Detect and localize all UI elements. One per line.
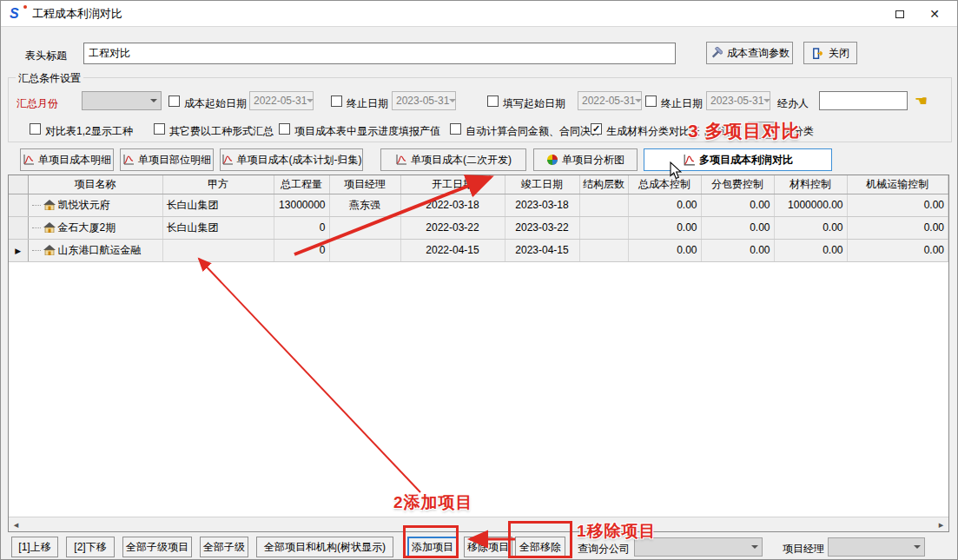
group-title: 汇总条件设置 [16, 71, 83, 86]
row-selector[interactable] [9, 216, 28, 239]
window-title: 工程成本利润对比 [32, 6, 122, 22]
table-row[interactable]: 凯悦状元府 长白山集团 13000000 燕东强 2022-03-18 2023… [9, 194, 948, 216]
otherfee-worktype-label: 其它费以工种形式汇总 [169, 124, 274, 139]
manager-select[interactable] [828, 537, 925, 557]
move-up-button[interactable]: [1]上移 [11, 537, 58, 557]
table-row[interactable]: 金石大厦2期 长白山集团 0 2022-03-22 2023-03-22 0.0… [9, 216, 948, 239]
material-class-label: 生成材料分类对比表，统计第 [606, 124, 742, 139]
all-sub-button[interactable]: 全部子级 [200, 537, 248, 557]
close-button[interactable]: 关闭 [803, 42, 857, 64]
row-selector[interactable] [9, 194, 28, 216]
scroll-left-icon: ◂ [14, 519, 19, 530]
horizontal-scrollbar[interactable]: ◂ ▸ [9, 517, 948, 531]
house-icon [43, 245, 56, 255]
chevron-down-icon [635, 92, 642, 109]
column-header[interactable]: 机械运输控制 [847, 175, 948, 194]
month-select[interactable] [82, 91, 162, 110]
chart-icon [395, 154, 407, 166]
chart-icon [23, 154, 35, 166]
header-title-label: 表头标题 [25, 49, 67, 63]
column-header[interactable]: 结构层数 [579, 175, 628, 194]
tab-multi-compare[interactable]: 多项目成本利润对比 [644, 148, 832, 171]
level-suffix-label: 级分类 [783, 124, 814, 139]
chevron-down-icon [910, 538, 924, 556]
tab-single-analysis[interactable]: 单项目分析图 [533, 148, 638, 171]
month-label: 汇总月份 [17, 96, 58, 111]
progress-value-checkbox[interactable] [279, 123, 290, 135]
header-title-input[interactable] [83, 43, 676, 64]
branch-select[interactable] [634, 537, 763, 557]
column-header[interactable]: 竣工日期 [505, 175, 579, 194]
window-close-button[interactable]: ✕ [917, 1, 952, 27]
tab-single-part-detail[interactable]: 单项目部位明细 [120, 148, 214, 171]
titlebar: S 工程成本利润对比 ✕ [1, 1, 957, 27]
add-project-button[interactable]: 添加项目 [407, 537, 458, 557]
exit-door-icon [811, 47, 824, 60]
cost-end-date-checkbox[interactable] [331, 96, 342, 107]
tab-single-cost-detail[interactable]: 单项目成本明细 [20, 148, 114, 171]
fill-start-date-checkbox[interactable] [487, 96, 499, 107]
column-header[interactable]: 项目名称 [28, 175, 162, 194]
fill-end-date-checkbox[interactable] [645, 96, 657, 107]
hand-pointer-icon[interactable]: ☚ [915, 94, 928, 109]
remove-project-button[interactable]: 移除项目 [464, 537, 512, 557]
manager-label: 项目经理 [783, 542, 824, 557]
close-icon: ✕ [929, 8, 940, 20]
auto-contract-label: 自动计算合同金额、合同决算 [466, 124, 601, 139]
show-worktype-label: 对比表1,2显示工种 [45, 124, 133, 139]
tab-single-cost-dev[interactable]: 单项目成本(二次开发) [380, 148, 526, 171]
cost-start-date-select[interactable]: 2022-05-31 [249, 91, 314, 110]
column-header[interactable]: 总工程量 [274, 175, 329, 194]
otherfee-worktype-checkbox[interactable] [154, 123, 165, 135]
move-down-button[interactable]: [2]下移 [66, 537, 115, 557]
fill-end-date-select[interactable]: 2023-05-31 [706, 91, 770, 110]
column-header[interactable]: 项目经理 [329, 175, 400, 194]
app-logo-icon: S [10, 6, 25, 22]
auto-contract-checkbox[interactable] [450, 123, 461, 135]
chart-icon [221, 154, 234, 166]
operator-input[interactable] [819, 91, 908, 110]
chart-icon [122, 154, 135, 166]
column-header[interactable]: 分包费控制 [701, 175, 774, 194]
progress-value-label: 项目成本表中显示进度填报产值 [294, 124, 440, 139]
cost-end-date-select[interactable]: 2023-05-31 [392, 91, 456, 110]
tree-connector [32, 250, 41, 251]
scroll-right-button[interactable]: ▸ [934, 517, 948, 531]
show-worktype-checkbox[interactable] [30, 123, 41, 135]
level-select[interactable] [748, 122, 777, 139]
row-selector-header [9, 175, 28, 194]
app-window: S 工程成本利润对比 ✕ 表头标题 成本查询参数 关闭 汇总条件设置 汇总月份 … [0, 0, 958, 560]
column-header[interactable]: 甲方 [162, 175, 274, 194]
house-icon [43, 200, 56, 210]
tree-connector [32, 227, 41, 228]
column-header[interactable]: 总成本控制 [628, 175, 701, 194]
maximize-button[interactable] [882, 1, 917, 27]
scroll-right-icon: ▸ [939, 519, 944, 530]
chevron-down-icon [763, 92, 770, 109]
fill-end-date-label: 终止日期 [661, 96, 703, 111]
chart-icon [683, 154, 696, 167]
material-class-checkbox[interactable] [591, 123, 602, 135]
cost-start-date-checkbox[interactable] [168, 96, 180, 107]
branch-label: 查询分公司 [578, 542, 630, 557]
chevron-down-icon [307, 92, 314, 109]
chevron-down-icon [449, 92, 456, 109]
table-row[interactable]: ▶ 山东港口航运金融 0 2022-04-15 2023-04-15 0.00 … [9, 239, 948, 261]
cost-query-button[interactable]: 成本查询参数 [706, 42, 793, 64]
cost-end-date-label: 终止日期 [347, 96, 388, 111]
tree-display-button[interactable]: 全部项目和机构(树状显示) [256, 537, 393, 557]
remove-all-button[interactable]: 全部移除 [515, 537, 565, 557]
tab-single-cost-plan[interactable]: 单项目成本(成本计划-归集) [220, 148, 363, 171]
column-header[interactable]: 材料控制 [774, 175, 847, 194]
fill-start-date-label: 填写起始日期 [503, 96, 565, 111]
table-header-row: 项目名称 甲方 总工程量 项目经理 开工日期 竣工日期 结构层数 总成本控制 分… [9, 175, 948, 194]
fill-start-date-select[interactable]: 2022-05-31 [578, 91, 642, 110]
scroll-left-button[interactable]: ◂ [9, 517, 23, 531]
row-selector[interactable]: ▶ [9, 239, 28, 261]
current-row-icon: ▶ [15, 247, 21, 255]
all-sub-projects-button[interactable]: 全部子级项目 [122, 537, 192, 557]
house-icon [43, 222, 56, 233]
hammer-icon [710, 47, 723, 60]
chevron-down-icon [763, 122, 776, 138]
column-header[interactable]: 开工日期 [400, 175, 505, 194]
